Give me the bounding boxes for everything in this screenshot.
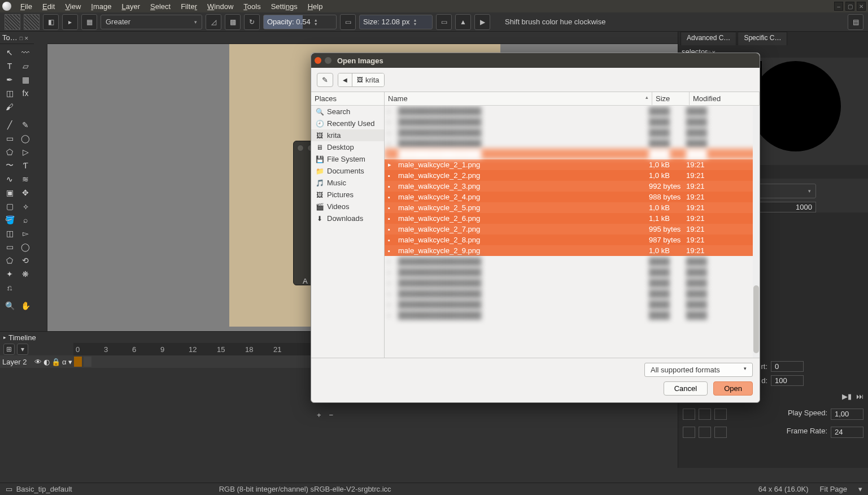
spin-arrows-icon[interactable]: ▲▼	[314, 18, 318, 26]
drop-b-icon[interactable]	[699, 427, 711, 438]
file-row-blurred[interactable]: ▪████████████████████████	[385, 138, 760, 149]
file-row-blurred[interactable]: ▪████████████████████████	[385, 256, 760, 267]
onion-c-icon[interactable]	[714, 409, 727, 420]
timeline-menu-icon[interactable]: ▾	[17, 344, 28, 355]
end-value[interactable]: 100	[771, 375, 804, 386]
file-row-blurred[interactable]: ▪████████████████████████	[385, 149, 760, 159]
tool-select-free[interactable]: ⟲	[18, 254, 33, 267]
places-item[interactable]: 🔍Search	[311, 106, 384, 118]
gradient-icon[interactable]: ▸	[62, 14, 78, 30]
file-row[interactable]: ▪male_walkcycle_2_8.png987 bytes19:21	[385, 235, 760, 245]
menu-edit[interactable]: Edit	[38, 1, 59, 12]
goto-end-icon[interactable]: ⏭	[856, 392, 863, 401]
add-layer-icon[interactable]: ⊞	[3, 344, 15, 355]
tool-brush[interactable]: 🖌	[2, 101, 17, 113]
timeline-layer-label[interactable]: Layer 2	[2, 358, 33, 366]
opacity-field[interactable]: Opacity: 0.54 ▲▼	[263, 15, 337, 29]
brush-preset-b[interactable]	[24, 14, 40, 30]
framerate-value[interactable]: 24	[831, 427, 863, 438]
places-item[interactable]: 🎬Videos	[311, 201, 384, 212]
tool-pan[interactable]: ✋	[18, 299, 33, 312]
path-segment-krita[interactable]: krita	[352, 73, 384, 86]
drop-a-icon[interactable]	[683, 427, 695, 438]
dialog-close-icon[interactable]	[315, 57, 321, 64]
brush-preset-a[interactable]	[5, 14, 20, 30]
places-item[interactable]: 🕘Recently Used	[311, 118, 384, 129]
col-name[interactable]: Name	[385, 92, 652, 105]
tool-edit-shapes[interactable]: ▱	[18, 60, 33, 72]
tool-measure[interactable]: ▻	[18, 227, 33, 240]
win-min-icon[interactable]: –	[834, 2, 843, 11]
edit-path-button[interactable]	[317, 73, 333, 87]
file-row[interactable]: ▪male_walkcycle_2_5.png1,0 kB19:21	[385, 202, 760, 213]
tool-transform2[interactable]: ▢	[2, 200, 17, 212]
places-item[interactable]: 💾File System	[311, 153, 384, 165]
file-row[interactable]: ▪male_walkcycle_2_9.png1,0 kB19:21	[385, 245, 760, 256]
status-sel-icon[interactable]: ▭	[6, 485, 12, 493]
cancel-button[interactable]: Cancel	[664, 381, 708, 396]
status-zoom[interactable]: Fit Page	[820, 485, 847, 493]
tool-select-contig[interactable]: ✦	[2, 268, 17, 280]
tool-select-similar[interactable]: ❋	[18, 268, 33, 280]
places-item[interactable]: ⬇Downloads	[311, 212, 384, 224]
playspeed-value[interactable]: 1,00	[831, 409, 863, 420]
menu-file[interactable]: File	[16, 1, 37, 12]
menu-image[interactable]: Image	[86, 1, 116, 12]
menu-settings[interactable]: Settings	[267, 1, 302, 12]
format-combo[interactable]: All supported formats	[644, 363, 753, 377]
fg-bg-swatch[interactable]: ◧	[43, 14, 59, 30]
tool-assist[interactable]: ◫	[2, 227, 17, 240]
tool-line[interactable]: ╱	[2, 119, 17, 131]
file-row[interactable]: ▪male_walkcycle_2_2.png1,0 kB19:21	[385, 170, 760, 181]
file-row[interactable]: ▪male_walkcycle_2_7.png995 bytes19:21	[385, 224, 760, 235]
tool-picker[interactable]: ⌕	[18, 214, 33, 226]
onion-icon[interactable]: ◐	[43, 358, 50, 366]
tool-text[interactable]: T	[2, 60, 17, 72]
tool-bezier[interactable]: 〜	[2, 159, 17, 172]
menu-layer[interactable]: Layer	[117, 1, 145, 12]
open-button[interactable]: Open	[713, 381, 753, 396]
tool-crop[interactable]: ▣	[2, 186, 17, 199]
opacity-link[interactable]: ▭	[340, 14, 356, 30]
tool-move2[interactable]: ✥	[18, 186, 33, 199]
file-row-blurred[interactable]: ▪████████████████████████	[385, 288, 760, 299]
tool-freehand[interactable]: ✎	[18, 119, 33, 131]
file-row-blurred[interactable]: ▪████████████████████████	[385, 310, 760, 320]
file-row-blurred[interactable]: ▪████████████████████████	[385, 277, 760, 288]
drop-c-icon[interactable]	[714, 427, 727, 438]
tool-dyna[interactable]: ∿	[2, 173, 17, 185]
tool-ellipse[interactable]: ◯	[18, 132, 33, 145]
onion-b-icon[interactable]	[699, 409, 711, 420]
frame-cell[interactable]	[84, 357, 91, 367]
tool-zoom[interactable]: 🔍	[2, 299, 17, 312]
file-row[interactable]: ▪male_walkcycle_2_3.png992 bytes19:21	[385, 181, 760, 192]
tool-freehand-path[interactable]: Ƭ	[18, 159, 33, 172]
file-row[interactable]: ▪male_walkcycle_2_4.png988 bytes19:21	[385, 192, 760, 202]
tool-polyline[interactable]: ▷	[18, 146, 33, 158]
menu-help[interactable]: Help	[303, 1, 328, 12]
tool-gradient[interactable]: ◫	[2, 87, 17, 99]
eraser-toggle[interactable]: ◿	[206, 14, 221, 30]
size-field[interactable]: Size: 12.08 px ▲▼	[359, 15, 433, 29]
file-row-blurred[interactable]: ▪████████████████████████	[385, 299, 760, 310]
tab-specific-color[interactable]: Specific C…	[738, 32, 787, 45]
blend-mode-combo[interactable]: Greater	[101, 15, 202, 29]
tool-pattern-edit[interactable]: ▦	[18, 73, 33, 86]
tool-select-bezier[interactable]: ⎌	[2, 281, 17, 294]
file-row[interactable]: ▸male_walkcycle_2_1.png1,0 kB19:21	[385, 159, 760, 170]
tab-advanced-color[interactable]: Advanced C…	[681, 32, 736, 45]
places-item[interactable]: 🎵Music	[311, 177, 384, 189]
next-key-icon[interactable]: ▶▮	[842, 392, 852, 401]
menu-icon[interactable]: ▾	[68, 358, 72, 366]
tool-select-poly[interactable]: ⬠	[2, 254, 17, 267]
tool-fx[interactable]: fx	[18, 87, 33, 99]
tool-fill[interactable]: 🪣	[2, 214, 17, 226]
dock-close-icon[interactable]	[18, 33, 29, 42]
file-scrollbar[interactable]	[753, 106, 760, 358]
keyframe-0[interactable]	[74, 357, 82, 367]
alpha-icon[interactable]: α	[62, 358, 67, 366]
onion-a-icon[interactable]	[683, 409, 695, 420]
path-up-button[interactable]	[338, 73, 352, 86]
dialog-min-icon[interactable]	[325, 57, 332, 64]
menu-filter[interactable]: Filter	[176, 1, 202, 12]
